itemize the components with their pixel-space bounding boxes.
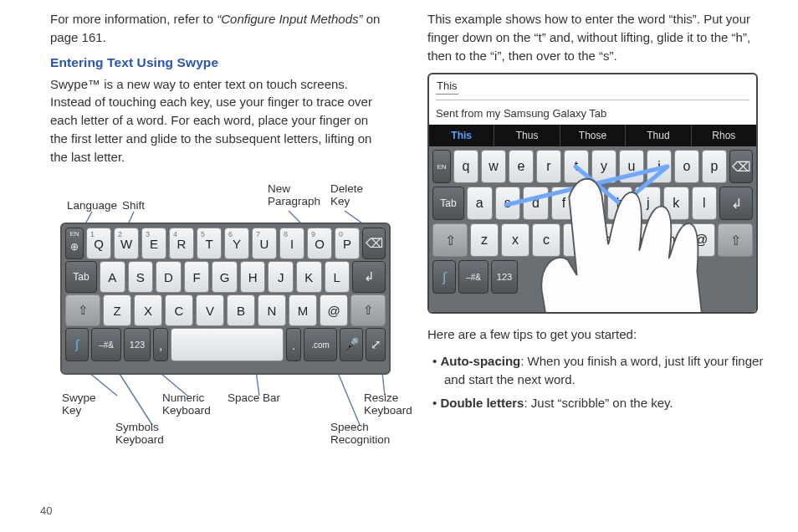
shift-icon: ⇧: [363, 303, 374, 318]
ex-key-backspace: ⌫: [729, 150, 753, 183]
key-mic: 🎤: [340, 328, 363, 361]
ex-key-i: i: [647, 150, 672, 183]
enter-icon: ↲: [364, 269, 375, 284]
key-shift-r: ⇧: [350, 294, 386, 326]
key-swype: ʃ: [65, 328, 89, 361]
key-g: G: [212, 261, 238, 293]
ref-title: “Configure Input Methods”: [217, 12, 362, 26]
ex-key-u: u: [619, 150, 644, 183]
key-numeric: 123: [124, 328, 151, 361]
ex-key-b: b: [594, 223, 622, 257]
key-at: @: [320, 294, 348, 326]
label-numeric: Numeric Keyboard: [162, 391, 211, 417]
key-m: M: [289, 294, 317, 326]
key-l: L: [325, 261, 350, 293]
ex-key-k: k: [663, 187, 689, 220]
label-shift: Shift: [122, 199, 145, 212]
right-para: This example shows how to enter the word…: [427, 10, 765, 64]
section-para: Swype™ is a new way to enter text on tou…: [50, 75, 387, 166]
swype-icon: ʃ: [75, 337, 79, 352]
pred-3: Those: [560, 125, 625, 146]
resize-icon: ⤢: [371, 337, 381, 352]
key-c: C: [165, 294, 193, 326]
ex-key-num: 123: [491, 260, 518, 294]
ex-key-a: a: [467, 187, 493, 220]
label-language: Language: [67, 199, 117, 212]
ex-key-v: v: [563, 223, 591, 257]
tips-lead: Here are a few tips to get you started:: [427, 325, 765, 344]
label-space: Space Bar: [228, 391, 280, 404]
ex-key-swype: ʃ: [432, 260, 456, 294]
ex-key-h: h: [607, 187, 633, 220]
label-delete: Delete Key: [330, 182, 363, 207]
key-w: 2W: [114, 228, 139, 259]
ex-key-enter: ↲: [719, 187, 753, 220]
ex-key-shift-r: ⇧: [718, 223, 753, 257]
key-comma: ,: [153, 328, 168, 361]
ex-key-m: m: [656, 223, 684, 257]
key-b: B: [227, 294, 255, 326]
label-symbols: Symbols Keyboard: [115, 421, 164, 446]
ex-key-t: t: [564, 150, 589, 183]
pred-1: This: [429, 125, 494, 146]
key-symbols: –#&: [91, 328, 121, 361]
key-y: 6Y: [224, 228, 249, 259]
key-h: H: [240, 261, 266, 293]
ex-key-c: c: [532, 223, 560, 257]
key-q: 1Q: [86, 228, 111, 259]
key-v: V: [196, 294, 224, 326]
label-resize: Resize Keyboard: [364, 391, 412, 417]
globe-icon: ⊕: [70, 241, 79, 253]
example-typed: This: [436, 79, 458, 95]
key-z: Z: [103, 294, 131, 326]
ex-key-x: x: [501, 223, 529, 257]
ex-key-at: @: [687, 223, 715, 257]
prediction-bar: This Thus Those Thud Rhos: [429, 125, 756, 146]
key-d: D: [156, 261, 182, 293]
section-heading: Entering Text Using Swype: [50, 55, 387, 70]
ex-key-w: w: [481, 150, 506, 183]
key-n: N: [258, 294, 286, 326]
key-enter: ↲: [352, 261, 386, 293]
ex-key-e: e: [509, 150, 534, 183]
key-x: X: [134, 294, 162, 326]
mic-icon: 🎤: [344, 337, 360, 352]
ex-key-q: q: [453, 150, 478, 183]
tip-auto-spacing: • Auto-spacing: When you finish a word, …: [444, 352, 765, 389]
swype-example: This Sent from my Samsung Galaxy Tab Thi…: [427, 73, 758, 314]
page-number: 40: [40, 504, 52, 517]
label-speech: Speech Recognition: [330, 421, 390, 446]
key-resize: ⤢: [366, 328, 386, 361]
key-s: S: [128, 261, 154, 293]
ex-key-en: EN: [432, 150, 451, 183]
key-a: A: [100, 261, 125, 293]
ex-key-s: s: [495, 187, 521, 220]
example-signature: Sent from my Samsung Galaxy Tab: [436, 107, 749, 120]
key-r: 4R: [169, 228, 194, 259]
ex-key-n: n: [625, 223, 653, 257]
key-j: J: [268, 261, 294, 293]
ex-key-g: g: [579, 187, 605, 220]
ex-key-p: p: [702, 150, 727, 183]
shift-icon: ⇧: [78, 303, 89, 318]
ex-key-f: f: [551, 187, 577, 220]
ex-key-r: r: [536, 150, 561, 183]
cross-ref-line: For more information, refer to “Configur…: [50, 10, 387, 47]
keyboard-diagram: Language Shift New Paragraph Delete Key: [50, 174, 387, 454]
pred-2: Thus: [494, 125, 559, 146]
ex-key-o: o: [674, 150, 699, 183]
ex-key-z: z: [470, 223, 499, 257]
key-backspace: ⌫: [362, 228, 386, 259]
key-t: 5T: [197, 228, 222, 259]
ex-key-sym: –#&: [458, 260, 489, 294]
backspace-icon: ⌫: [366, 236, 383, 251]
pred-5: Rhos: [691, 125, 756, 146]
key-dotcom: .com: [304, 328, 337, 361]
key-shift: ⇧: [65, 294, 100, 326]
ex-key-d: d: [523, 187, 549, 220]
ex-key-l: l: [692, 187, 718, 220]
key-space: [171, 328, 284, 361]
key-i: 8I: [279, 228, 304, 259]
key-tab: Tab: [65, 261, 97, 293]
ex-key-y: y: [591, 150, 616, 183]
